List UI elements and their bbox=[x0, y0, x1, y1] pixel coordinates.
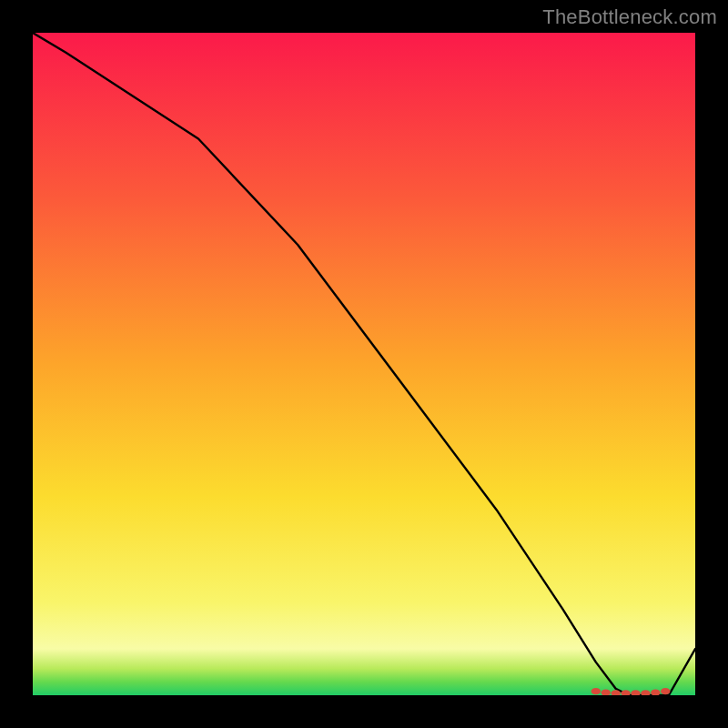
line-marker bbox=[651, 689, 660, 695]
line-marker bbox=[592, 688, 601, 694]
line-marker bbox=[661, 688, 670, 694]
data-line bbox=[33, 33, 695, 695]
line-marker bbox=[641, 690, 650, 695]
line-marker bbox=[602, 689, 611, 695]
chart-container: TheBottleneck.com bbox=[0, 0, 728, 728]
watermark-label: TheBottleneck.com bbox=[542, 5, 717, 29]
plot-area bbox=[33, 33, 695, 695]
line-marker bbox=[631, 690, 640, 695]
chart-overlay bbox=[33, 33, 695, 695]
